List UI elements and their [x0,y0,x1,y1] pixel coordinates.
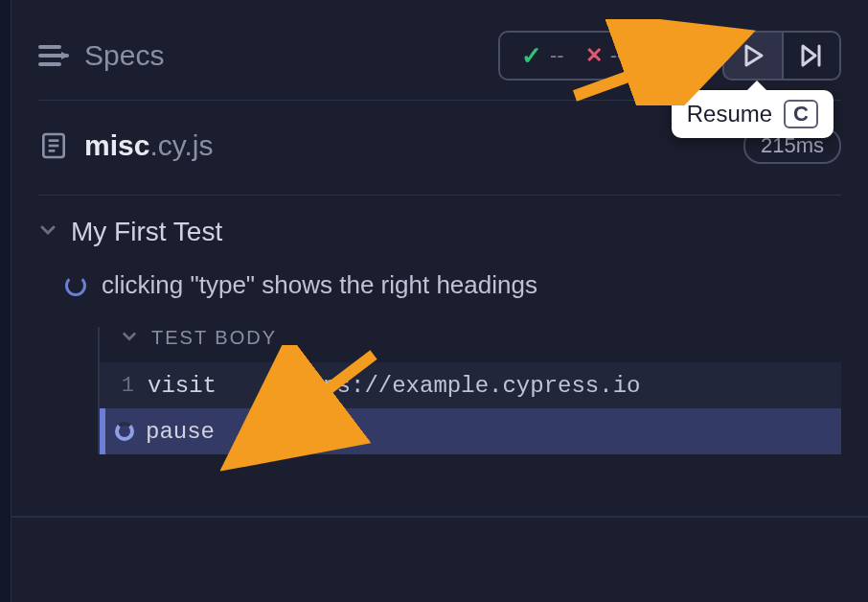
left-rail [0,0,11,602]
specs-menu-icon [38,43,71,68]
command-arg: https://example.cypress.io [282,373,640,399]
tooltip-label: Resume [687,101,772,127]
command-number: 1 [109,374,148,398]
tooltip-shortcut: C [784,100,818,128]
step-icon [799,43,824,68]
cross-icon: ✕ [585,43,603,68]
file-icon [38,130,69,161]
spec-file[interactable]: misc.cy.js [38,129,214,162]
check-icon: ✓ [521,41,542,71]
runner-panel: Specs ✓ -- ✕ -- -- [11,0,868,454]
resume-tooltip: Resume C [672,90,834,138]
svg-marker-5 [803,46,815,65]
command-name: pause [146,419,280,445]
chevron-down-icon [38,220,57,243]
command-row-active[interactable]: pause [100,408,841,454]
play-icon [741,43,765,68]
step-button[interactable] [782,31,841,81]
describe-row[interactable]: My First Test [38,217,841,247]
it-row[interactable]: clicking "type" shows the right headings [65,270,841,300]
topbar: Specs ✓ -- ✕ -- -- [38,21,841,90]
svg-marker-4 [746,46,762,65]
bottom-divider [11,516,868,518]
describe-title: My First Test [71,217,222,247]
test-body: TEST BODY 1 visit https://example.cypres… [98,327,841,454]
topbar-right: ✓ -- ✕ -- -- [498,31,841,81]
spec-ext: .cy.js [149,129,213,161]
divider [38,195,841,196]
resume-button[interactable] [722,31,782,81]
stat-pending: -- [645,43,686,68]
command-name: visit [148,373,282,399]
stat-passed: ✓ -- [521,41,564,71]
test-stats: ✓ -- ✕ -- -- [498,31,709,81]
test-body-label: TEST BODY [151,327,277,349]
command-row[interactable]: 1 visit https://example.cypress.io [100,362,841,408]
it-title: clicking "type" shows the right headings [102,270,537,300]
playback-controls [722,31,841,81]
test-body-header[interactable]: TEST BODY [100,327,841,362]
spec-basename: misc [84,129,149,161]
stat-pending-value: -- [672,43,686,68]
stat-failed: ✕ -- [585,43,625,68]
stat-failed-value: -- [610,43,625,68]
spec-name: misc.cy.js [84,129,214,162]
running-spinner-icon [65,275,86,296]
pending-icon [645,46,664,65]
stat-passed-value: -- [550,43,564,68]
command-log: 1 visit https://example.cypress.io pause [100,362,841,454]
specs-heading: Specs [38,39,164,72]
page-title: Specs [84,39,164,72]
chevron-down-icon [121,328,138,349]
running-spinner-icon [115,422,134,441]
svg-marker-2 [61,52,69,59]
